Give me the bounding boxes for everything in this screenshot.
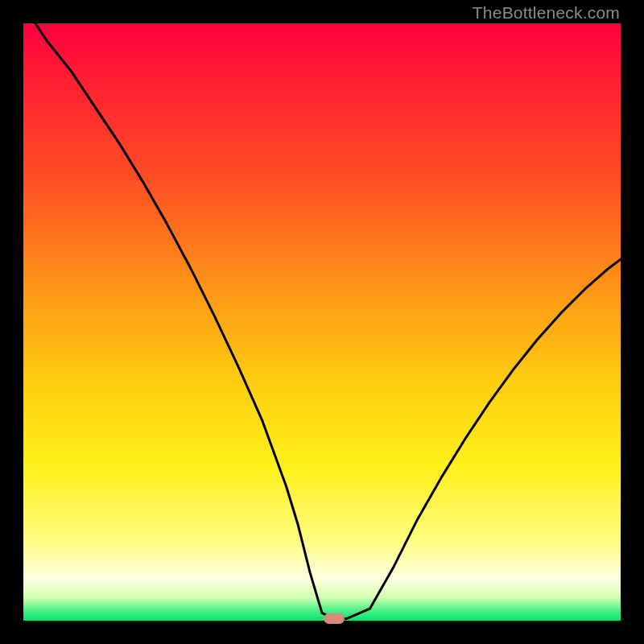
watermark-text: TheBottleneck.com bbox=[473, 3, 620, 23]
minimum-marker bbox=[324, 613, 345, 624]
bottleneck-curve bbox=[23, 23, 621, 621]
curve-path bbox=[35, 23, 621, 619]
plot-area bbox=[23, 23, 621, 621]
chart-frame: TheBottleneck.com bbox=[0, 0, 644, 644]
